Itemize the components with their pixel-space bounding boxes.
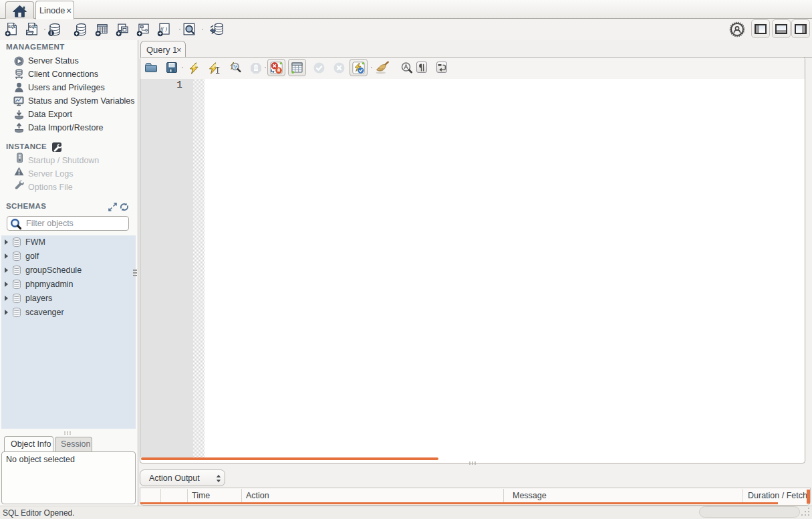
svg-text:f( ): f( ) xyxy=(160,26,167,32)
svg-text:SQL: SQL xyxy=(8,25,16,29)
svg-text:SQL: SQL xyxy=(29,25,37,29)
